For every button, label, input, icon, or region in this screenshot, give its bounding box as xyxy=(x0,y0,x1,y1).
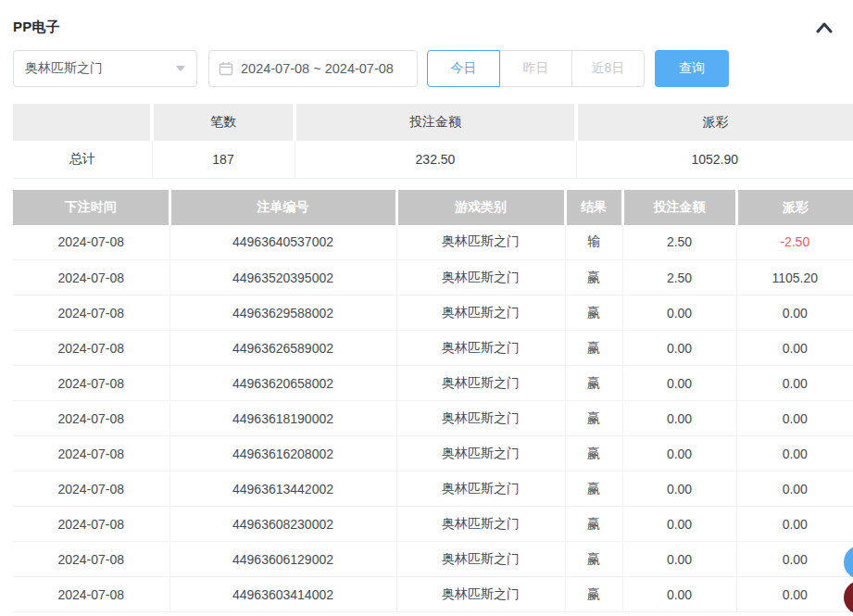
table-row: 2024-07-0844963608230002奥林匹斯之门赢0.000.00 xyxy=(13,507,853,542)
cell-payout: 0.00 xyxy=(736,436,853,471)
header-payout: 派彩 xyxy=(736,190,853,225)
cell-result: 赢 xyxy=(565,577,622,612)
summary-header-payout: 派彩 xyxy=(576,104,853,141)
filter-bar: 奥林匹斯之门 2024-07-08 ~ 2024-07-08 今日 昨日 近8日… xyxy=(13,50,853,87)
summary-header-row: 笔数 投注金额 派彩 xyxy=(13,104,853,141)
cell-date: 2024-07-08 xyxy=(13,295,169,331)
cell-date: 2024-07-08 xyxy=(13,436,169,471)
game-select[interactable]: 奥林匹斯之门 xyxy=(13,50,197,87)
cell-game: 奥林匹斯之门 xyxy=(396,225,565,260)
summary-count-value: 187 xyxy=(152,141,295,178)
cell-order-no: 44963606129002 xyxy=(169,542,396,577)
header-bet-time: 下注时间 xyxy=(13,190,169,225)
cell-order-no: 44963640537002 xyxy=(169,225,396,260)
chevron-down-icon xyxy=(176,66,185,71)
summary-payout-value: 1052.90 xyxy=(576,141,853,178)
cell-game: 奥林匹斯之门 xyxy=(396,401,565,436)
cell-date: 2024-07-08 xyxy=(13,577,169,612)
table-row: 2024-07-0844963640537002奥林匹斯之门输2.50-2.50 xyxy=(13,225,853,260)
header-result: 结果 xyxy=(565,190,622,225)
cell-date: 2024-07-08 xyxy=(13,471,169,507)
cell-payout: -2.50 xyxy=(736,225,853,260)
cell-payout: 1105.20 xyxy=(736,260,853,295)
cell-game: 奥林匹斯之门 xyxy=(396,471,565,507)
table-row: 2024-07-0844963626589002奥林匹斯之门赢0.000.00 xyxy=(13,331,853,366)
cell-result: 赢 xyxy=(565,507,622,542)
query-button[interactable]: 查询 xyxy=(655,50,729,87)
cell-bet: 0.00 xyxy=(622,436,736,471)
cell-bet: 0.00 xyxy=(622,471,736,507)
cell-order-no: 44963618190002 xyxy=(169,401,396,436)
cell-bet: 0.00 xyxy=(622,577,736,612)
bet-records-table: 下注时间 注单编号 游戏类别 结果 投注金额 派彩 2024-07-084496… xyxy=(13,190,853,613)
cell-result: 赢 xyxy=(565,436,622,471)
cell-bet: 0.00 xyxy=(622,295,736,331)
cell-bet: 0.00 xyxy=(622,401,736,436)
cell-date: 2024-07-08 xyxy=(13,542,169,577)
panel-header: PP电子 xyxy=(13,0,853,36)
cell-result: 赢 xyxy=(565,331,622,366)
cell-order-no: 44963608230002 xyxy=(169,507,396,542)
cell-date: 2024-07-08 xyxy=(13,225,169,260)
collapse-panel-button[interactable] xyxy=(814,19,834,35)
cell-order-no: 44963626589002 xyxy=(169,331,396,366)
cell-game: 奥林匹斯之门 xyxy=(396,260,565,295)
cell-game: 奥林匹斯之门 xyxy=(396,507,565,542)
cell-payout: 0.00 xyxy=(736,366,853,401)
yesterday-button[interactable]: 昨日 xyxy=(499,50,572,87)
cell-payout: 0.00 xyxy=(736,542,853,577)
today-button[interactable]: 今日 xyxy=(427,50,500,87)
calendar-icon xyxy=(219,61,233,76)
cell-game: 奥林匹斯之门 xyxy=(396,331,565,366)
date-range-input[interactable]: 2024-07-08 ~ 2024-07-08 xyxy=(208,50,418,87)
summary-header-empty xyxy=(13,104,152,141)
cell-result: 赢 xyxy=(565,295,622,331)
summary-total-row: 总计 187 232.50 1052.90 xyxy=(13,141,853,178)
cell-payout: 0.00 xyxy=(736,331,853,366)
header-order-number: 注单编号 xyxy=(169,190,396,225)
cell-payout: 0.00 xyxy=(736,471,853,507)
table-row: 2024-07-0844963613442002奥林匹斯之门赢0.000.00 xyxy=(13,471,853,507)
bet-table-header-row: 下注时间 注单编号 游戏类别 结果 投注金额 派彩 xyxy=(13,190,853,225)
cell-result: 赢 xyxy=(565,260,622,295)
cell-order-no: 44963520395002 xyxy=(169,260,396,295)
cell-bet: 0.00 xyxy=(622,542,736,577)
table-row: 2024-07-0844963616208002奥林匹斯之门赢0.000.00 xyxy=(13,436,853,471)
cell-order-no: 44963603414002 xyxy=(169,577,396,612)
cell-payout: 0.00 xyxy=(736,295,853,331)
summary-bet-amount-value: 232.50 xyxy=(295,141,576,178)
summary-table: 笔数 投注金额 派彩 总计 187 232.50 1052.90 xyxy=(13,104,853,179)
last-8-days-button[interactable]: 近8日 xyxy=(571,50,645,87)
cell-order-no: 44963629588002 xyxy=(169,295,396,331)
cell-date: 2024-07-08 xyxy=(13,507,169,542)
cell-payout: 0.00 xyxy=(736,401,853,436)
report-panel: PP电子 奥林匹斯之门 2024-07-08 ~ 2024 xyxy=(0,0,853,616)
header-bet-amount: 投注金额 xyxy=(622,190,736,225)
summary-header-count: 笔数 xyxy=(152,104,295,141)
cell-game: 奥林匹斯之门 xyxy=(396,295,565,331)
cell-date: 2024-07-08 xyxy=(13,331,169,366)
header-game-category: 游戏类别 xyxy=(396,190,565,225)
cell-bet: 0.00 xyxy=(622,507,736,542)
cell-date: 2024-07-08 xyxy=(13,366,169,401)
cell-bet: 2.50 xyxy=(622,260,736,295)
cell-result: 赢 xyxy=(565,366,622,401)
cell-game: 奥林匹斯之门 xyxy=(396,366,565,401)
cell-game: 奥林匹斯之门 xyxy=(396,542,565,577)
summary-total-label: 总计 xyxy=(13,141,152,178)
cell-payout: 0.00 xyxy=(736,507,853,542)
game-select-value: 奥林匹斯之门 xyxy=(25,60,103,77)
quick-range-button-group: 今日 昨日 近8日 xyxy=(427,50,645,87)
cell-order-no: 44963620658002 xyxy=(169,366,396,401)
table-row: 2024-07-0844963620658002奥林匹斯之门赢0.000.00 xyxy=(13,366,853,401)
table-row: 2024-07-0844963520395002奥林匹斯之门赢2.501105.… xyxy=(13,260,853,295)
cell-result: 输 xyxy=(565,225,622,260)
summary-header-bet-amount: 投注金额 xyxy=(295,104,576,141)
cell-order-no: 44963616208002 xyxy=(169,436,396,471)
table-row: 2024-07-0844963618190002奥林匹斯之门赢0.000.00 xyxy=(13,401,853,436)
table-row: 2024-07-0844963606129002奥林匹斯之门赢0.000.00 xyxy=(13,542,853,577)
cell-result: 赢 xyxy=(565,401,622,436)
cell-game: 奥林匹斯之门 xyxy=(396,577,565,612)
cell-game: 奥林匹斯之门 xyxy=(396,436,565,471)
bet-table-body: 2024-07-0844963640537002奥林匹斯之门输2.50-2.50… xyxy=(13,225,853,612)
